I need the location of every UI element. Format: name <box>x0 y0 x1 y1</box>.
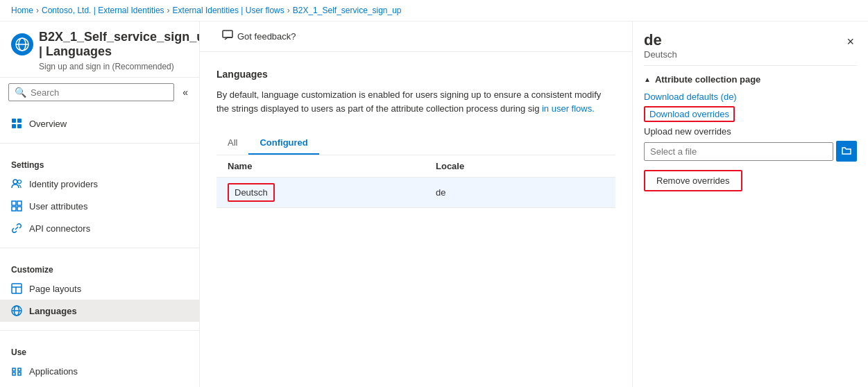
upload-label: Upload new overrides <box>644 126 857 137</box>
panel-section-header[interactable]: ▲ Attribute collection page <box>644 74 857 85</box>
table-cell-name: Deutsch <box>228 183 436 202</box>
content-body: Languages By default, language customiza… <box>200 52 632 387</box>
page-header: B2X_1_Self_service_sign_up | Languages .… <box>0 22 199 78</box>
panel-divider <box>644 65 857 66</box>
breadcrumb-home[interactable]: Home <box>11 6 33 15</box>
nav-divider-use <box>0 330 199 331</box>
svg-point-8 <box>18 180 22 184</box>
svg-point-7 <box>13 180 17 184</box>
feedback-label: Got feedback? <box>237 31 296 42</box>
search-box[interactable]: 🔍 <box>8 83 174 101</box>
svg-rect-6 <box>17 124 22 128</box>
download-overrides-link[interactable]: Download overrides <box>644 106 735 122</box>
section-label-customize: Customize <box>0 257 199 277</box>
deutsch-name-cell: Deutsch <box>228 183 275 202</box>
sidebar-item-languages[interactable]: Languages <box>0 300 199 322</box>
link-icon <box>11 223 22 234</box>
grid-icon <box>11 200 22 212</box>
breadcrumb-contoso[interactable]: Contoso, Ltd. | External Identities <box>42 6 164 15</box>
sidebar-item-page-layouts[interactable]: Page layouts <box>0 277 199 300</box>
section-label-settings: Settings <box>0 152 199 173</box>
svg-rect-10 <box>17 201 22 205</box>
tabs-container: All Configured <box>216 132 615 155</box>
tab-configured[interactable]: Configured <box>248 132 318 155</box>
search-icon: 🔍 <box>15 87 26 98</box>
globe-icon <box>11 305 22 316</box>
panel-body: ▲ Attribute collection page Download def… <box>633 74 868 387</box>
breadcrumb: Home › Contoso, Ltd. | External Identiti… <box>0 0 868 22</box>
tab-all[interactable]: All <box>216 132 248 155</box>
search-input[interactable] <box>31 87 168 98</box>
sidebar-item-user-attributes-label: User attributes <box>29 201 88 212</box>
content-toolbar: Got feedback? <box>200 22 632 52</box>
sidebar-item-identity-providers-label: Identity providers <box>29 179 98 189</box>
content-description: By default, language customization is en… <box>216 88 615 115</box>
breadcrumb-userflows[interactable]: External Identities | User flows <box>173 6 284 15</box>
panel-lang-name: Deutsch <box>644 49 677 60</box>
chevron-up-icon: ▲ <box>644 76 651 83</box>
nav-divider-customize <box>0 248 199 248</box>
sidebar-item-api-connectors[interactable]: API connectors <box>0 217 199 239</box>
feedback-icon <box>222 30 233 43</box>
breadcrumb-sep-2: › <box>167 6 170 15</box>
section-label-use: Use <box>0 339 199 360</box>
close-panel-button[interactable]: × <box>844 33 857 51</box>
svg-rect-13 <box>12 284 22 293</box>
file-browse-button[interactable] <box>836 141 857 162</box>
column-empty <box>575 161 604 171</box>
panel-header: de Deutsch × <box>633 22 868 65</box>
svg-rect-5 <box>12 124 16 128</box>
svg-rect-3 <box>12 119 16 123</box>
sidebar-item-overview-label: Overview <box>29 119 67 129</box>
content-section-title: Languages <box>216 69 615 80</box>
panel-lang-code: de <box>644 33 677 48</box>
table-header: Name Locale <box>216 155 615 178</box>
description-link[interactable]: in user flows. <box>542 103 595 114</box>
panel-title-block: de Deutsch <box>644 33 677 60</box>
overview-icon <box>11 118 22 129</box>
page-icon <box>11 33 33 55</box>
sidebar-item-api-connectors-label: API connectors <box>29 223 90 234</box>
people-icon <box>11 178 22 189</box>
table-container: Name Locale Deutsch de <box>216 155 615 208</box>
table-cell-locale: de <box>436 187 575 198</box>
sidebar-item-user-attributes[interactable]: User attributes <box>0 195 199 217</box>
sidebar: B2X_1_Self_service_sign_up | Languages .… <box>0 22 200 387</box>
svg-rect-11 <box>12 207 16 211</box>
nav-section-customize: Customize Page layouts Languages <box>0 251 199 327</box>
search-container: 🔍 « <box>0 78 199 107</box>
breadcrumb-sep-1: › <box>36 6 39 15</box>
nav-divider-settings <box>0 143 199 144</box>
table-row[interactable]: Deutsch de <box>216 178 615 208</box>
svg-rect-4 <box>17 119 22 123</box>
sidebar-item-page-layouts-label: Page layouts <box>29 284 81 294</box>
right-panel: de Deutsch × ▲ Attribute collection page… <box>632 22 868 387</box>
page-title: B2X_1_Self_service_sign_up | Languages <box>39 30 200 59</box>
breadcrumb-sep-3: › <box>287 6 290 15</box>
sidebar-item-applications[interactable]: Applications <box>0 360 199 382</box>
svg-rect-19 <box>223 31 232 37</box>
apps-icon <box>11 366 22 377</box>
feedback-button[interactable]: Got feedback? <box>216 27 302 46</box>
sidebar-item-languages-label: Languages <box>29 306 77 316</box>
sidebar-item-applications-label: Applications <box>29 366 78 377</box>
nav-section-overview: Overview <box>0 107 199 140</box>
nav-section-use: Use Applications <box>0 334 199 387</box>
file-input[interactable] <box>644 142 833 161</box>
main-content: Got feedback? Languages By default, lang… <box>200 22 632 387</box>
folder-icon <box>842 146 851 157</box>
file-input-row <box>644 141 857 162</box>
svg-rect-12 <box>17 207 22 211</box>
download-defaults-link[interactable]: Download defaults (de) <box>644 92 857 102</box>
svg-rect-9 <box>12 201 16 205</box>
breadcrumb-current[interactable]: B2X_1_Self_service_sign_up <box>293 6 402 15</box>
page-subtitle: Sign up and sign in (Recommended) <box>39 62 188 71</box>
remove-overrides-button[interactable]: Remove overrides <box>644 170 742 191</box>
sidebar-item-overview[interactable]: Overview <box>0 112 199 135</box>
nav-section-settings: Settings Identity providers User attribu… <box>0 146 199 245</box>
panel-section-title: Attribute collection page <box>655 74 760 85</box>
column-locale: Locale <box>436 161 575 171</box>
layout-icon <box>11 283 22 294</box>
sidebar-item-identity-providers[interactable]: Identity providers <box>0 173 199 195</box>
collapse-sidebar-button[interactable]: « <box>180 84 191 101</box>
